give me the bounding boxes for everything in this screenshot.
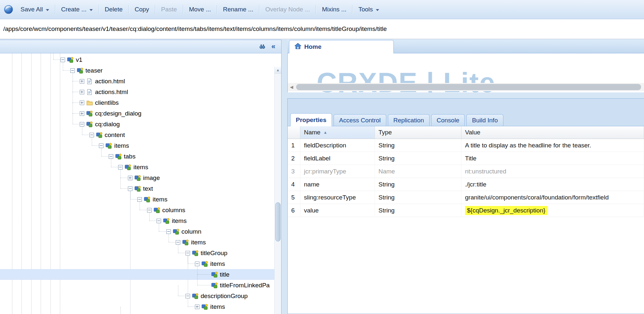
name-column-header[interactable]: Name ▲ [300,126,375,139]
tree-line [188,264,195,264]
tree-node-items[interactable]: items [0,140,275,151]
property-row-name[interactable]: 4nameString./jcr:title [288,178,644,191]
collapse-icon[interactable] [99,143,103,148]
tree-line [188,307,195,307]
collapse-icon[interactable] [157,219,161,223]
toolbar-button-save-all[interactable]: Save All [16,3,53,16]
expand-icon[interactable] [80,90,84,94]
toolbar-button-move[interactable]: Move ... [185,3,215,16]
toolbar-button-copy[interactable]: Copy [130,3,153,16]
tree-node-tabs[interactable]: tabs [0,151,275,162]
toolbar-button-tools[interactable]: Tools [354,3,383,16]
tree-node-column[interactable]: column [0,226,275,237]
property-name-cell: fieldLabel [300,152,375,165]
expand-icon[interactable] [128,176,132,180]
property-type-cell: String [375,178,461,191]
toolbar-button-delete[interactable]: Delete [101,3,127,16]
collapse-icon[interactable] [109,154,113,159]
collapse-panel-icon[interactable]: « [269,43,277,50]
node-icon [144,196,150,203]
tree-node-descriptiongroup[interactable]: descriptionGroup [0,291,275,301]
property-name-cell: jcr:primaryType [300,165,375,178]
tree-node-label: title [220,271,230,278]
horizontal-scrollbar-thumb[interactable] [296,84,641,90]
expand-icon[interactable] [80,111,84,116]
tree-node-clientlibs[interactable]: clientlibs [0,97,275,108]
tree-node-titlefromlinkedpa[interactable]: titleFromLinkedPa [0,280,275,291]
tree-line [53,60,61,60]
home-panel: Home CRXDE | Lite ◀ [287,40,644,92]
tree-node-node[interactable] [0,312,275,314]
scroll-up-icon[interactable]: ▲ [275,67,281,74]
collapse-icon[interactable] [147,208,152,212]
tree-node-content[interactable]: content [0,130,275,140]
tree-node-v1[interactable]: v1 [0,54,275,65]
tab-build-info[interactable]: Build Info [466,114,503,126]
value-column-header[interactable]: Value [461,126,644,139]
tree-node-cq-design-dialog[interactable]: cq:design_dialog [0,108,275,119]
tree-vertical-scrollbar[interactable]: ▲ [274,67,281,314]
toolbar-button-paste[interactable]: Paste [157,3,181,16]
property-row-value[interactable]: 6valueString${cqDesign._jcr_description} [288,204,644,217]
toolbar-button-create[interactable]: Create ... [57,3,97,16]
collapse-icon[interactable] [118,165,123,170]
node-icon [86,110,93,117]
scroll-left-icon[interactable]: ◀ [288,83,295,91]
search-icon[interactable] [258,43,266,50]
expand-icon[interactable] [80,101,84,105]
tree-node-items[interactable]: items [0,215,275,226]
collapse-icon[interactable] [128,186,132,191]
collapse-icon[interactable] [137,197,142,202]
tab-replication[interactable]: Replication [388,114,430,126]
tree-node-title[interactable]: title [0,269,275,280]
collapse-icon[interactable] [61,58,65,62]
toolbar-button-label: Move ... [189,6,211,13]
node-icon [77,67,83,74]
property-row-fieldlabel[interactable]: 2fieldLabelStringTitle [288,152,644,165]
toolbar-separator [155,5,155,14]
tree-node-items[interactable]: items [0,258,275,269]
collapse-icon[interactable] [166,229,171,234]
tab-console[interactable]: Console [431,114,465,126]
collapse-icon[interactable] [70,68,75,73]
tab-properties[interactable]: Properties [290,113,332,126]
collapse-icon[interactable] [176,240,180,245]
tree-node-items[interactable]: items [0,194,275,205]
tree-node-columns[interactable]: columns [0,205,275,215]
property-row-fielddescription[interactable]: 1fieldDescriptionStringA title to displa… [288,139,644,152]
tab-home[interactable]: Home [289,40,394,53]
toolbar-button-overlay-node[interactable]: Overlay Node ... [261,3,314,16]
property-value-cell: nt:unstructured [461,165,644,178]
tree-node-teaser[interactable]: teaser [0,65,275,76]
tree-node-actions-html[interactable]: actions.html [0,87,275,97]
tree-node-cq-dialog[interactable]: cq:dialog [0,119,275,130]
collapse-icon[interactable] [185,251,190,255]
collapse-icon[interactable] [80,122,84,127]
tab-access-control[interactable]: Access Control [334,114,386,126]
tree-node-items[interactable]: items [0,162,275,172]
tree-node-action-html[interactable]: action.html [0,76,275,87]
tree-line [53,53,54,60]
path-input[interactable] [0,25,644,33]
scrollbar-thumb[interactable] [275,202,281,241]
tree-node-items[interactable]: items [0,237,275,248]
collapse-icon[interactable] [89,133,94,137]
tree-node-text[interactable]: text [0,183,275,194]
property-row-jcr-primarytype[interactable]: 3jcr:primaryTypeNament:unstructured [288,165,644,178]
type-column-header[interactable]: Type [375,126,461,139]
collapse-icon[interactable] [195,262,199,266]
tree-node-label: action.html [95,78,125,85]
expand-icon[interactable] [195,305,199,309]
tree-node-titlegroup[interactable]: titleGroup [0,248,275,258]
collapse-icon[interactable] [185,294,190,298]
home-horizontal-scrollbar[interactable]: ◀ [288,83,644,91]
tree-node-items[interactable]: items [0,301,275,312]
tree-node-image[interactable]: image [0,172,275,183]
toolbar-button-mixins[interactable]: Mixins ... [318,3,350,16]
property-row-sling-resourcetype[interactable]: 5sling:resourceTypeStringgranite/ui/comp… [288,191,644,204]
expand-icon[interactable] [80,79,84,84]
tree-node-label: items [114,142,129,149]
toolbar-button-rename[interactable]: Rename ... [219,3,257,16]
path-bar [0,19,644,39]
tab-label: Build Info [472,117,498,124]
